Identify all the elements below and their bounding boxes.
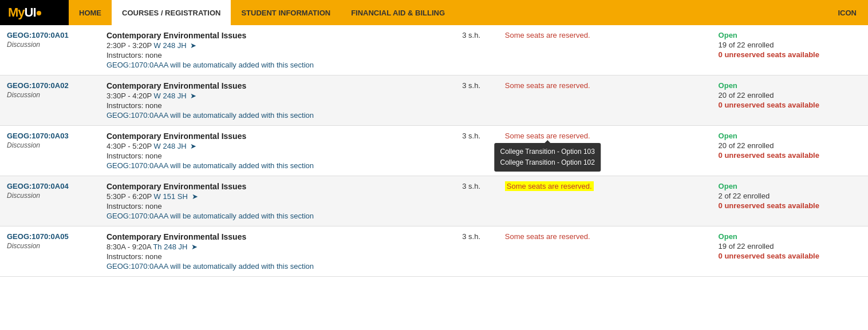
course-status: Open	[719, 31, 861, 39]
credit-hours: 3 s.h.	[462, 182, 480, 190]
seats-reserved: Some seats are reserved.	[505, 132, 590, 140]
course-auto-add: GEOG:1070:0AAA will be automatically add…	[106, 111, 448, 120]
course-table: GEOG:1070:0A01 Discussion Contemporary E…	[0, 25, 868, 277]
tooltip-box: College Transition - Option 103 College …	[495, 143, 601, 172]
logo[interactable]: MyUI	[0, 0, 69, 25]
day-room: W 248 JH	[154, 41, 187, 50]
table-row: GEOG:1070:0A01 Discussion Contemporary E…	[0, 25, 868, 75]
course-title: Contemporary Environmental Issues	[106, 182, 448, 191]
time-text: 8:30A - 9:20A	[106, 242, 151, 251]
course-id-link[interactable]: GEOG:1070:0A01	[7, 31, 93, 39]
course-instructor: Instructors: none	[106, 51, 448, 59]
navigation-arrow-icon[interactable]: ➤	[190, 41, 196, 50]
credit-hours: 3 s.h.	[462, 232, 480, 241]
seats-reserved: Some seats are reserved.	[505, 31, 590, 39]
time-text: 4:30P - 5:20P	[106, 142, 152, 150]
navigation-arrow-icon[interactable]: ➤	[191, 242, 198, 251]
course-title: Contemporary Environmental Issues	[106, 31, 448, 40]
unreserved-seats: 0 unreserved seats available	[719, 50, 861, 59]
unreserved-seats: 0 unreserved seats available	[719, 201, 861, 210]
course-id-link[interactable]: GEOG:1070:0A03	[7, 132, 93, 140]
course-instructor: Instructors: none	[106, 152, 448, 160]
nav-item-courses[interactable]: COURSES / REGISTRATION	[112, 0, 231, 25]
course-time: 5:30P - 6:20P W 151 SH ➤	[106, 192, 448, 201]
course-type: Discussion	[7, 91, 93, 99]
nav-item-financial[interactable]: FINANCIAL AID & BILLING	[341, 0, 455, 25]
course-type: Discussion	[7, 192, 93, 200]
day-room: W 248 JH	[154, 92, 187, 100]
enrolled-count: 19 of 22 enrolled	[719, 41, 861, 49]
course-status: Open	[719, 132, 861, 140]
course-instructor: Instructors: none	[106, 101, 448, 110]
course-auto-add: GEOG:1070:0AAA will be automatically add…	[106, 262, 448, 271]
enrolled-count: 19 of 22 enrolled	[719, 242, 861, 251]
course-time: 2:30P - 3:20P W 248 JH ➤	[106, 41, 448, 50]
course-status: Open	[719, 81, 861, 90]
tooltip-container: Some seats are reserved. College Transit…	[505, 132, 590, 140]
course-id-link[interactable]: GEOG:1070:0A04	[7, 182, 93, 190]
seats-reserved: Some seats are reserved.	[505, 232, 590, 241]
course-auto-add: GEOG:1070:0AAA will be automatically add…	[106, 61, 448, 69]
navigation-arrow-icon[interactable]: ➤	[192, 192, 198, 201]
course-type: Discussion	[7, 141, 93, 149]
course-auto-add: GEOG:1070:0AAA will be automatically add…	[106, 212, 448, 220]
time-text: 2:30P - 3:20P	[106, 41, 152, 50]
course-time: 3:30P - 4:20P W 248 JH ➤	[106, 92, 448, 100]
time-text: 3:30P - 4:20P	[106, 92, 152, 100]
course-id-link[interactable]: GEOG:1070:0A05	[7, 232, 93, 241]
nav-item-student[interactable]: STUDENT INFORMATION	[231, 0, 341, 25]
credit-hours: 3 s.h.	[462, 132, 480, 140]
tooltip-line-2: College Transition - Option 102	[500, 157, 595, 168]
course-title: Contemporary Environmental Issues	[106, 232, 448, 241]
table-row: GEOG:1070:0A03 Discussion Contemporary E…	[0, 126, 868, 176]
course-time: 4:30P - 5:20P W 248 JH ➤	[106, 142, 448, 150]
credit-hours: 3 s.h.	[462, 81, 480, 90]
day-room: W 248 JH	[154, 142, 187, 150]
navbar-icon[interactable]: ICON	[827, 0, 869, 25]
day-room: W 151 SH	[154, 192, 188, 201]
course-type: Discussion	[7, 242, 93, 250]
course-instructor: Instructors: none	[106, 202, 448, 210]
course-id-link[interactable]: GEOG:1070:0A02	[7, 81, 93, 90]
day-room: Th 248 JH	[153, 242, 187, 251]
table-row: GEOG:1070:0A04 Discussion Contemporary E…	[0, 176, 868, 226]
enrolled-count: 20 of 22 enrolled	[719, 91, 861, 100]
course-status: Open	[719, 182, 861, 190]
unreserved-seats: 0 unreserved seats available	[719, 151, 861, 160]
course-title: Contemporary Environmental Issues	[106, 81, 448, 90]
course-status: Open	[719, 232, 861, 241]
unreserved-seats: 0 unreserved seats available	[719, 252, 861, 260]
tooltip-line-1: College Transition - Option 103	[500, 146, 595, 157]
course-auto-add: GEOG:1070:0AAA will be automatically add…	[106, 161, 448, 170]
course-title: Contemporary Environmental Issues	[106, 132, 448, 141]
time-text: 5:30P - 6:20P	[106, 192, 152, 201]
table-row: GEOG:1070:0A02 Discussion Contemporary E…	[0, 75, 868, 126]
nav-items: HOME COURSES / REGISTRATION STUDENT INFO…	[69, 0, 827, 25]
enrolled-count: 20 of 22 enrolled	[719, 141, 861, 150]
course-instructor: Instructors: none	[106, 252, 448, 261]
seats-reserved-highlighted: Some seats are reserved.	[505, 181, 594, 191]
enrolled-count: 2 of 22 enrolled	[719, 192, 861, 200]
course-time: 8:30A - 9:20A Th 248 JH ➤	[106, 242, 448, 251]
navigation-arrow-icon[interactable]: ➤	[190, 142, 196, 150]
table-row: GEOG:1070:0A05 Discussion Contemporary E…	[0, 226, 868, 277]
nav-item-home[interactable]: HOME	[69, 0, 112, 25]
credit-hours: 3 s.h.	[462, 31, 480, 39]
unreserved-seats: 0 unreserved seats available	[719, 101, 861, 109]
seats-reserved: Some seats are reserved.	[505, 81, 590, 90]
navbar: MyUI HOME COURSES / REGISTRATION STUDENT…	[0, 0, 868, 25]
navigation-arrow-icon[interactable]: ➤	[190, 92, 196, 100]
course-type: Discussion	[7, 41, 93, 49]
